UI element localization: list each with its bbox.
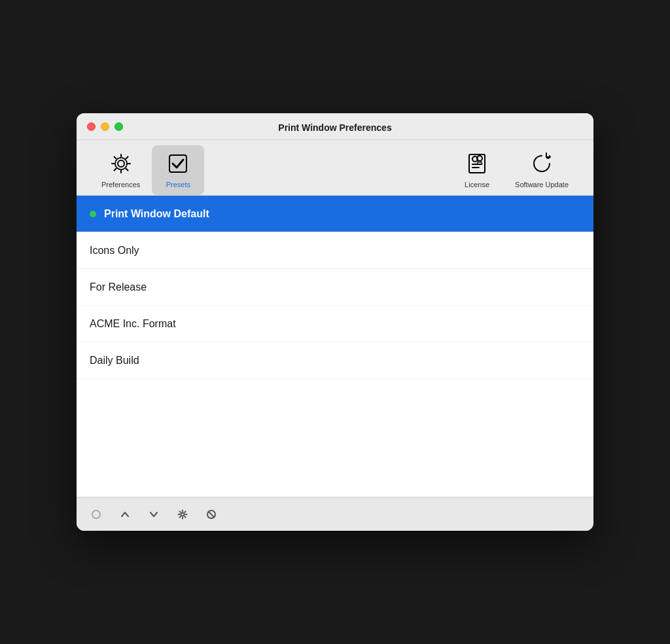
traffic-lights bbox=[87, 122, 123, 131]
settings-button[interactable] bbox=[173, 505, 192, 524]
circle-button[interactable] bbox=[87, 505, 105, 524]
tab-presets[interactable]: Presets bbox=[152, 145, 204, 195]
software-update-icon bbox=[529, 151, 555, 177]
tab-preferences[interactable]: Preferences bbox=[90, 145, 152, 195]
toolbar: Preferences Presets bbox=[77, 140, 593, 196]
preferences-icon bbox=[108, 151, 134, 177]
move-up-button[interactable] bbox=[116, 505, 134, 524]
license-label: License bbox=[465, 181, 489, 188]
list-item-icons-only[interactable]: Icons Only bbox=[77, 232, 593, 269]
item-label: ACME Inc. Format bbox=[90, 318, 176, 330]
presets-list: Print Window Default Icons Only For Rele… bbox=[77, 196, 593, 497]
app-window: Print Window Preferences Preferences bbox=[77, 113, 593, 531]
minimize-button[interactable] bbox=[101, 122, 109, 131]
svg-point-9 bbox=[181, 512, 185, 516]
svg-point-1 bbox=[115, 158, 127, 170]
tab-license[interactable]: License bbox=[451, 145, 503, 195]
item-label: For Release bbox=[90, 281, 147, 293]
presets-icon bbox=[165, 151, 191, 177]
software-update-label: Software Update bbox=[515, 181, 569, 188]
move-down-button[interactable] bbox=[145, 505, 163, 524]
close-button[interactable] bbox=[87, 122, 96, 131]
presets-label: Presets bbox=[166, 181, 190, 188]
svg-point-0 bbox=[118, 160, 124, 167]
item-label: Icons Only bbox=[90, 245, 139, 257]
list-item-daily-build[interactable]: Daily Build bbox=[77, 342, 593, 379]
preferences-label: Preferences bbox=[101, 181, 140, 188]
block-button[interactable] bbox=[202, 505, 220, 524]
maximize-button[interactable] bbox=[115, 122, 123, 131]
item-label: Print Window Default bbox=[104, 208, 209, 220]
license-icon bbox=[464, 151, 490, 177]
list-item-acme-inc-format[interactable]: ACME Inc. Format bbox=[77, 306, 593, 342]
bottom-toolbar bbox=[77, 497, 593, 531]
item-label: Daily Build bbox=[90, 355, 139, 367]
list-item-for-release[interactable]: For Release bbox=[77, 269, 593, 306]
window-title: Print Window Preferences bbox=[87, 122, 583, 139]
svg-point-8 bbox=[92, 510, 100, 518]
active-dot bbox=[90, 211, 96, 217]
tab-software-update[interactable]: Software Update bbox=[503, 145, 580, 195]
list-item-print-window-default[interactable]: Print Window Default bbox=[77, 196, 593, 232]
svg-line-11 bbox=[209, 511, 214, 516]
title-bar: Print Window Preferences bbox=[77, 113, 593, 140]
